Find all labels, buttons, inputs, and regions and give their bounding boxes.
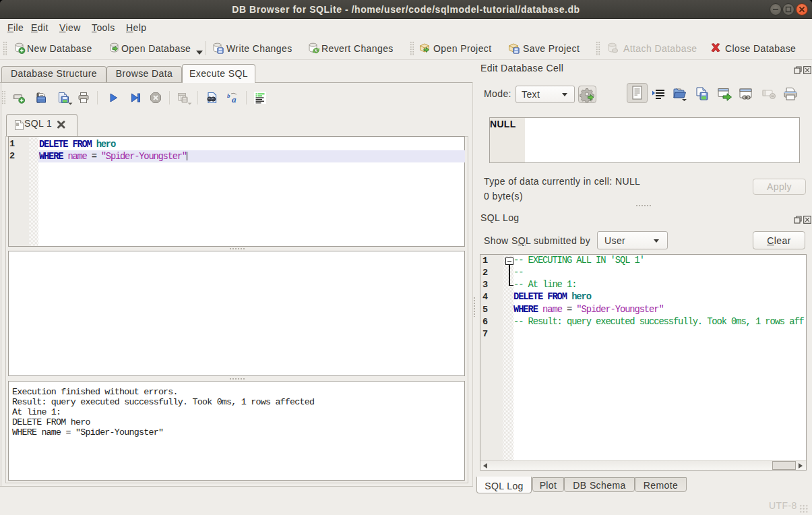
svg-text:a: a [232,94,237,104]
svg-text:b: b [227,92,230,99]
